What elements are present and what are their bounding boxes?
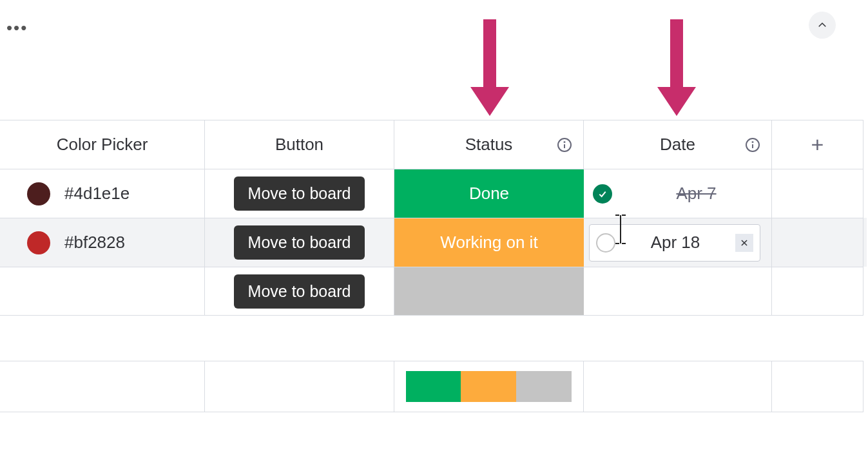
column-header-color[interactable]: Color Picker <box>0 120 205 169</box>
button-cell: Move to board <box>205 267 394 316</box>
status-label: Done <box>469 184 509 204</box>
column-header-label: Color Picker <box>57 135 148 155</box>
status-distribution-bar <box>406 371 572 402</box>
column-header-button[interactable]: Button <box>205 120 394 169</box>
svg-marker-1 <box>470 87 509 116</box>
close-icon <box>740 238 749 247</box>
status-summary-cell[interactable] <box>394 361 584 412</box>
button-cell: Move to board <box>205 218 394 267</box>
collapse-button[interactable] <box>809 12 836 39</box>
unchecked-circle-icon[interactable] <box>596 233 615 253</box>
svg-marker-3 <box>657 87 696 116</box>
table-header-row: Color Picker Button Status Date + <box>0 120 867 169</box>
add-column-button[interactable]: + <box>772 120 863 169</box>
column-info-button[interactable] <box>556 137 573 153</box>
svg-point-6 <box>564 142 565 142</box>
color-swatch <box>27 182 50 205</box>
move-to-board-button[interactable]: Move to board <box>234 177 365 211</box>
status-segment-done <box>406 371 461 402</box>
clear-date-button[interactable] <box>735 234 753 252</box>
summary-row <box>0 361 867 412</box>
table-row: #bf2828 Move to board Working on it Apr … <box>0 218 867 267</box>
column-header-label: Status <box>465 135 513 155</box>
date-cell[interactable]: Apr 18 <box>584 218 772 267</box>
color-picker-cell[interactable]: #bf2828 <box>0 218 205 267</box>
done-check-icon <box>593 184 612 204</box>
date-editor[interactable]: Apr 18 <box>589 224 760 262</box>
summary-cell <box>584 361 772 412</box>
column-header-label: Button <box>275 135 323 155</box>
status-segment-empty <box>516 371 572 402</box>
color-swatch <box>27 231 50 254</box>
date-value: Apr 18 <box>622 233 729 253</box>
empty-cell <box>772 218 863 267</box>
move-to-board-button[interactable]: Move to board <box>234 225 365 260</box>
button-cell: Move to board <box>205 169 394 218</box>
more-options-icon[interactable]: ••• <box>6 19 28 36</box>
color-hex-value: #bf2828 <box>64 233 125 253</box>
annotation-arrow <box>464 19 516 116</box>
empty-cell <box>772 267 863 316</box>
status-label: Working on it <box>440 233 537 253</box>
summary-cell <box>0 361 205 412</box>
move-to-board-button[interactable]: Move to board <box>234 274 365 309</box>
date-cell[interactable] <box>584 267 772 316</box>
date-value: Apr 7 <box>621 184 771 204</box>
status-segment-working <box>461 371 516 402</box>
color-picker-cell[interactable] <box>0 267 205 316</box>
status-cell[interactable]: Done <box>394 169 584 218</box>
summary-cell <box>205 361 394 412</box>
summary-cell <box>772 361 863 412</box>
empty-cell <box>772 169 863 218</box>
info-icon <box>557 137 572 153</box>
color-picker-cell[interactable]: #4d1e1e <box>0 169 205 218</box>
chevron-up-icon <box>816 19 828 31</box>
table-row: #4d1e1e Move to board Done Apr 7 <box>0 169 867 218</box>
column-info-button[interactable] <box>744 137 761 153</box>
info-icon <box>745 137 760 153</box>
column-header-label: Date <box>660 135 695 155</box>
date-cell[interactable]: Apr 7 <box>584 169 772 218</box>
status-cell[interactable] <box>394 267 584 316</box>
table-row: Move to board <box>0 267 867 316</box>
column-header-status[interactable]: Status <box>394 120 584 169</box>
annotation-arrow <box>651 19 702 116</box>
board-table: Color Picker Button Status Date + #4d1e1… <box>0 120 867 316</box>
status-cell[interactable]: Working on it <box>394 218 584 267</box>
color-hex-value: #4d1e1e <box>64 184 130 204</box>
top-toolbar: ••• <box>0 0 868 39</box>
column-header-date[interactable]: Date <box>584 120 772 169</box>
svg-point-9 <box>753 142 753 142</box>
